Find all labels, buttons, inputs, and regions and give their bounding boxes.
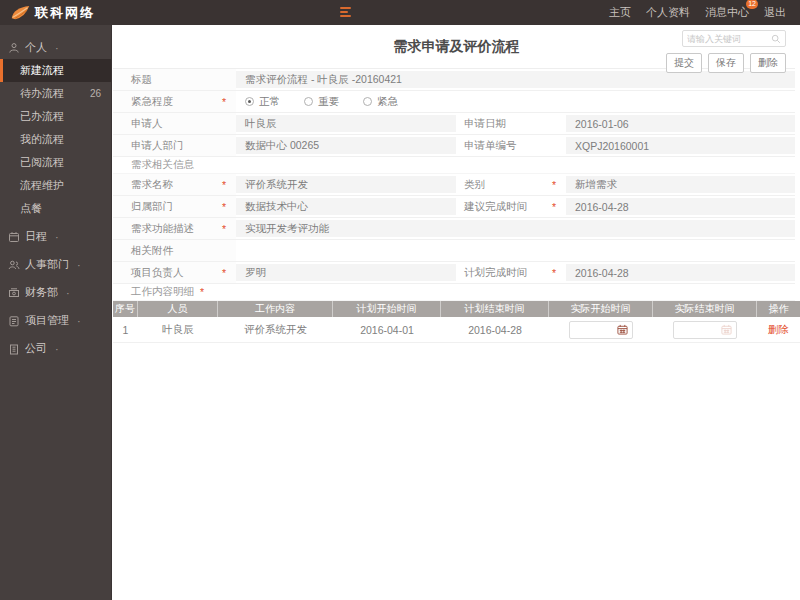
caret-icon: · xyxy=(55,343,59,355)
cell-work: 评价系统开发 xyxy=(218,323,333,337)
table-row: 1 叶良辰 评价系统开发 2016-04-01 2016-04-28 xyxy=(113,317,800,343)
sidebar-collapse-icon[interactable] xyxy=(340,7,352,19)
nav-messages[interactable]: 消息中心12 xyxy=(705,5,749,20)
submit-button[interactable]: 提交 xyxy=(666,53,702,73)
sidebar-item-todo-process[interactable]: 待办流程 26 xyxy=(0,82,111,105)
sidebar-group-hr[interactable]: 人事部门 · xyxy=(0,253,111,276)
action-buttons: 提交 保存 删除 xyxy=(666,53,786,73)
calendar-icon xyxy=(721,324,732,335)
sidebar-group-label: 个人 xyxy=(25,40,47,55)
attachment-value xyxy=(236,242,795,259)
field-label: 申请人 xyxy=(113,113,236,134)
sidebar-item-label: 流程维护 xyxy=(20,178,64,193)
radio-unchecked-icon xyxy=(304,97,313,106)
section-request-info: 需求相关信息 xyxy=(113,157,795,174)
field-label: 需求功能描述* xyxy=(113,218,236,239)
row-delete-link[interactable]: 删除 xyxy=(768,323,789,337)
sidebar-group-project[interactable]: 项目管理 · xyxy=(0,309,111,332)
brand-logo-icon xyxy=(10,4,31,22)
actual-end-date-input[interactable] xyxy=(673,321,737,339)
sidebar-item-done-process[interactable]: 已办流程 xyxy=(0,105,111,128)
calendar-icon xyxy=(8,231,20,243)
main-content: 需求申请及评价流程 提交 保存 删除 标题 需求评价流程 - 叶良辰 -2016… xyxy=(113,25,800,600)
search-icon[interactable] xyxy=(771,34,781,44)
required-mark: * xyxy=(222,223,226,235)
topbar: 联科网络 主页 个人资料 消息中心12 退出 xyxy=(0,0,800,25)
nav-home[interactable]: 主页 xyxy=(609,5,631,20)
apply-date-value: 2016-01-06 xyxy=(566,115,795,132)
sidebar-item-order-meal[interactable]: 点餐 xyxy=(0,197,111,220)
nav-profile[interactable]: 个人资料 xyxy=(646,5,690,20)
save-button[interactable]: 保存 xyxy=(708,53,744,73)
sidebar-group-personal[interactable]: 个人 · xyxy=(0,36,111,59)
col-header-operation: 操作 xyxy=(757,301,800,317)
sidebar-group-label: 公司 xyxy=(25,341,47,356)
search-input[interactable] xyxy=(683,34,771,44)
col-header-actual-start: 实际开始时间 xyxy=(549,301,653,317)
required-mark: * xyxy=(552,179,556,191)
radio-urgent[interactable]: 紧急 xyxy=(363,95,398,109)
users-icon xyxy=(8,259,20,271)
brand[interactable]: 联科网络 xyxy=(0,4,95,22)
sidebar-item-new-process[interactable]: 新建流程 xyxy=(0,59,111,82)
nav-logout[interactable]: 退出 xyxy=(764,5,786,20)
sidebar: 个人 · 新建流程 待办流程 26 已办流程 我的流程 已阅流程 流程维护 点餐… xyxy=(0,25,112,600)
sidebar-group-schedule[interactable]: 日程 · xyxy=(0,225,111,248)
sidebar-group-label: 人事部门 xyxy=(25,257,69,272)
sidebar-item-label: 已阅流程 xyxy=(20,155,64,170)
work-detail-table: 序号 人员 工作内容 计划开始时间 计划结束时间 实际开始时间 实际结束时间 操… xyxy=(113,301,800,343)
field-label: 申请日期 xyxy=(456,113,566,134)
sidebar-group-finance[interactable]: 财务部 · xyxy=(0,281,111,304)
field-label: 归属部门* xyxy=(113,196,236,217)
calendar-icon xyxy=(617,324,628,335)
caret-icon: · xyxy=(55,231,59,243)
required-mark: * xyxy=(222,201,226,213)
col-header-plan-end: 计划结束时间 xyxy=(441,301,549,317)
sidebar-item-label: 待办流程 xyxy=(20,86,64,101)
search-box xyxy=(682,30,786,47)
urgency-options: 正常 重要 紧急 xyxy=(236,93,795,110)
caret-icon: · xyxy=(66,287,70,299)
sidebar-item-label: 已办流程 xyxy=(20,109,64,124)
form-row-description: 需求功能描述* 实现开发考评功能 xyxy=(113,218,795,240)
content-header: 需求申请及评价流程 提交 保存 删除 xyxy=(113,25,800,68)
sidebar-item-my-process[interactable]: 我的流程 xyxy=(0,128,111,151)
project-icon xyxy=(8,315,20,327)
field-label: 申请单编号 xyxy=(456,135,566,156)
sidebar-item-read-process[interactable]: 已阅流程 xyxy=(0,151,111,174)
title-value: 需求评价流程 - 叶良辰 -20160421 xyxy=(236,71,795,88)
field-label: 需求名称* xyxy=(113,174,236,195)
cell-actual-start xyxy=(549,321,653,339)
field-label: 类别* xyxy=(456,174,566,195)
owner-dept-value: 数据技术中心 xyxy=(236,198,456,215)
sidebar-group-label: 日程 xyxy=(25,229,47,244)
request-name-value: 评价系统开发 xyxy=(236,176,456,193)
suggest-finish-value: 2016-04-28 xyxy=(566,198,795,215)
section-work-detail: 工作内容明细* xyxy=(113,284,795,301)
form-row-request-name: 需求名称* 评价系统开发 类别* 新增需求 xyxy=(113,174,795,196)
field-label: 紧急程度* xyxy=(113,91,236,112)
form-row-applicant: 申请人 叶良辰 申请日期 2016-01-06 xyxy=(113,113,795,135)
sidebar-item-label: 点餐 xyxy=(20,201,42,216)
required-mark: * xyxy=(200,286,204,298)
required-mark: * xyxy=(222,179,226,191)
col-header-actual-end: 实际结束时间 xyxy=(653,301,757,317)
field-label: 建议完成时间* xyxy=(456,196,566,217)
required-mark: * xyxy=(552,201,556,213)
actual-start-date-input[interactable] xyxy=(569,321,633,339)
applicant-dept-value: 数据中心 00265 xyxy=(236,137,456,154)
radio-checked-icon xyxy=(245,97,254,106)
caret-icon: · xyxy=(77,259,81,271)
delete-button[interactable]: 删除 xyxy=(750,53,786,73)
sidebar-group-company[interactable]: 公司 · xyxy=(0,337,111,360)
radio-unchecked-icon xyxy=(363,97,372,106)
project-owner-value: 罗明 xyxy=(236,264,456,281)
form-row-attachment: 相关附件 xyxy=(113,240,795,262)
finance-icon xyxy=(8,287,20,299)
radio-normal[interactable]: 正常 xyxy=(245,95,280,109)
required-mark: * xyxy=(222,96,226,108)
description-value: 实现开发考评功能 xyxy=(236,220,795,237)
sidebar-item-process-maintain[interactable]: 流程维护 xyxy=(0,174,111,197)
col-header-work: 工作内容 xyxy=(218,301,333,317)
radio-important[interactable]: 重要 xyxy=(304,95,339,109)
